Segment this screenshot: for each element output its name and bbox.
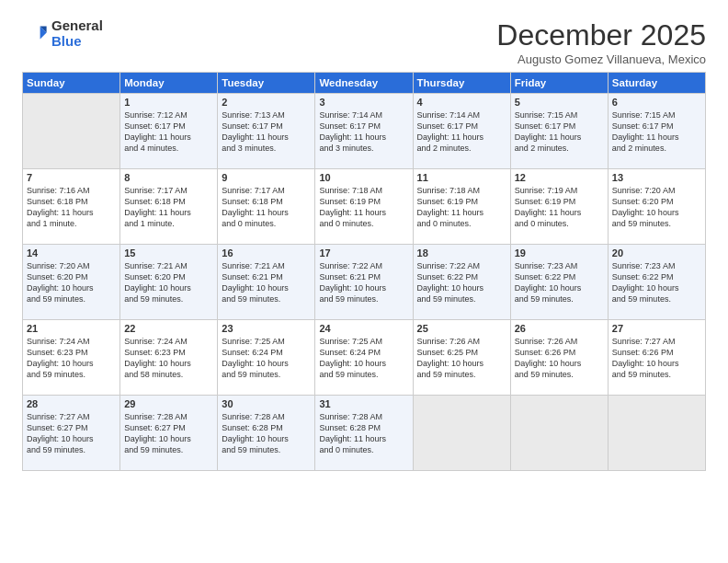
day-number: 4: [417, 97, 506, 108]
calendar-week-row: 7Sunrise: 7:16 AM Sunset: 6:18 PM Daylig…: [23, 169, 706, 245]
day-number: 25: [417, 323, 506, 334]
day-number: 2: [222, 97, 311, 108]
day-number: 1: [124, 97, 213, 108]
day-info: Sunrise: 7:28 AM Sunset: 6:27 PM Dayligh…: [124, 411, 213, 456]
day-number: 22: [124, 323, 213, 334]
calendar-day-cell: [510, 396, 608, 471]
day-number: 20: [612, 247, 701, 259]
calendar-day-cell: 26Sunrise: 7:26 AM Sunset: 6:26 PM Dayli…: [510, 320, 608, 396]
calendar-day-cell: 1Sunrise: 7:12 AM Sunset: 6:17 PM Daylig…: [120, 94, 218, 169]
logo-icon: [22, 21, 48, 47]
calendar-day-cell: 2Sunrise: 7:13 AM Sunset: 6:17 PM Daylig…: [218, 94, 315, 169]
calendar-day-cell: 8Sunrise: 7:17 AM Sunset: 6:18 PM Daylig…: [120, 169, 218, 245]
calendar-day-cell: 11Sunrise: 7:18 AM Sunset: 6:19 PM Dayli…: [413, 169, 510, 245]
calendar-day-cell: 9Sunrise: 7:17 AM Sunset: 6:18 PM Daylig…: [218, 169, 315, 245]
day-number: 3: [319, 97, 408, 108]
day-number: 31: [319, 398, 408, 409]
day-info: Sunrise: 7:17 AM Sunset: 6:18 PM Dayligh…: [124, 185, 213, 230]
day-number: 24: [319, 323, 408, 334]
weekday-header-row: SundayMondayTuesdayWednesdayThursdayFrid…: [23, 73, 706, 94]
day-info: Sunrise: 7:27 AM Sunset: 6:26 PM Dayligh…: [612, 336, 701, 381]
day-info: Sunrise: 7:20 AM Sunset: 6:20 PM Dayligh…: [612, 185, 701, 230]
calendar-day-cell: 15Sunrise: 7:21 AM Sunset: 6:20 PM Dayli…: [120, 245, 218, 320]
day-number: 15: [124, 247, 213, 259]
calendar-day-cell: 19Sunrise: 7:23 AM Sunset: 6:22 PM Dayli…: [510, 245, 608, 320]
day-number: 30: [222, 398, 311, 409]
weekday-header-monday: Monday: [120, 73, 218, 94]
calendar-day-cell: 18Sunrise: 7:22 AM Sunset: 6:22 PM Dayli…: [413, 245, 510, 320]
calendar-day-cell: [413, 396, 510, 471]
calendar-day-cell: 20Sunrise: 7:23 AM Sunset: 6:22 PM Dayli…: [608, 245, 705, 320]
calendar-day-cell: 14Sunrise: 7:20 AM Sunset: 6:20 PM Dayli…: [23, 245, 120, 320]
day-info: Sunrise: 7:17 AM Sunset: 6:18 PM Dayligh…: [222, 185, 311, 230]
location-subtitle: Augusto Gomez Villanueva, Mexico: [496, 52, 706, 66]
day-info: Sunrise: 7:21 AM Sunset: 6:21 PM Dayligh…: [222, 260, 311, 305]
calendar-day-cell: 22Sunrise: 7:24 AM Sunset: 6:23 PM Dayli…: [120, 320, 218, 396]
calendar-day-cell: [23, 94, 120, 169]
logo-text: General Blue: [51, 18, 103, 49]
day-info: Sunrise: 7:13 AM Sunset: 6:17 PM Dayligh…: [222, 109, 311, 155]
weekday-header-friday: Friday: [510, 73, 608, 94]
day-info: Sunrise: 7:14 AM Sunset: 6:17 PM Dayligh…: [417, 109, 506, 155]
day-info: Sunrise: 7:24 AM Sunset: 6:23 PM Dayligh…: [124, 336, 213, 381]
day-number: 7: [27, 172, 116, 183]
day-number: 11: [417, 172, 506, 183]
day-info: Sunrise: 7:23 AM Sunset: 6:22 PM Dayligh…: [515, 260, 604, 305]
title-block: December 2025 Augusto Gomez Villanueva, …: [496, 18, 706, 66]
header: General Blue December 2025 Augusto Gomez…: [22, 18, 706, 66]
calendar-day-cell: 23Sunrise: 7:25 AM Sunset: 6:24 PM Dayli…: [218, 320, 315, 396]
calendar-week-row: 21Sunrise: 7:24 AM Sunset: 6:23 PM Dayli…: [23, 320, 706, 396]
day-number: 10: [319, 172, 408, 183]
day-number: 28: [27, 398, 116, 409]
day-info: Sunrise: 7:15 AM Sunset: 6:17 PM Dayligh…: [612, 109, 701, 155]
day-number: 17: [319, 247, 408, 259]
day-number: 23: [222, 323, 311, 334]
calendar-day-cell: 21Sunrise: 7:24 AM Sunset: 6:23 PM Dayli…: [23, 320, 120, 396]
weekday-header-thursday: Thursday: [413, 73, 510, 94]
calendar-day-cell: 7Sunrise: 7:16 AM Sunset: 6:18 PM Daylig…: [23, 169, 120, 245]
day-info: Sunrise: 7:27 AM Sunset: 6:27 PM Dayligh…: [27, 411, 116, 456]
calendar-day-cell: 31Sunrise: 7:28 AM Sunset: 6:28 PM Dayli…: [315, 396, 413, 471]
day-number: 26: [515, 323, 604, 334]
calendar-week-row: 14Sunrise: 7:20 AM Sunset: 6:20 PM Dayli…: [23, 245, 706, 320]
day-info: Sunrise: 7:16 AM Sunset: 6:18 PM Dayligh…: [27, 185, 116, 230]
day-info: Sunrise: 7:18 AM Sunset: 6:19 PM Dayligh…: [319, 185, 408, 230]
page: General Blue December 2025 Augusto Gomez…: [0, 0, 728, 563]
calendar-day-cell: 28Sunrise: 7:27 AM Sunset: 6:27 PM Dayli…: [23, 396, 120, 471]
day-info: Sunrise: 7:25 AM Sunset: 6:24 PM Dayligh…: [222, 336, 311, 381]
calendar-day-cell: 16Sunrise: 7:21 AM Sunset: 6:21 PM Dayli…: [218, 245, 315, 320]
logo-blue: Blue: [51, 34, 103, 50]
day-number: 9: [222, 172, 311, 183]
day-info: Sunrise: 7:14 AM Sunset: 6:17 PM Dayligh…: [319, 109, 408, 155]
calendar-day-cell: 25Sunrise: 7:26 AM Sunset: 6:25 PM Dayli…: [413, 320, 510, 396]
logo: General Blue: [22, 18, 103, 49]
calendar-day-cell: 10Sunrise: 7:18 AM Sunset: 6:19 PM Dayli…: [315, 169, 413, 245]
weekday-header-tuesday: Tuesday: [218, 73, 315, 94]
calendar-day-cell: 27Sunrise: 7:27 AM Sunset: 6:26 PM Dayli…: [608, 320, 705, 396]
weekday-header-sunday: Sunday: [23, 73, 120, 94]
day-number: 12: [515, 172, 604, 183]
day-info: Sunrise: 7:22 AM Sunset: 6:22 PM Dayligh…: [417, 260, 506, 305]
day-info: Sunrise: 7:15 AM Sunset: 6:17 PM Dayligh…: [515, 109, 604, 155]
month-title: December 2025: [496, 18, 706, 52]
calendar-day-cell: 5Sunrise: 7:15 AM Sunset: 6:17 PM Daylig…: [510, 94, 608, 169]
day-info: Sunrise: 7:22 AM Sunset: 6:21 PM Dayligh…: [319, 260, 408, 305]
day-info: Sunrise: 7:28 AM Sunset: 6:28 PM Dayligh…: [222, 411, 311, 456]
calendar-day-cell: 12Sunrise: 7:19 AM Sunset: 6:19 PM Dayli…: [510, 169, 608, 245]
day-info: Sunrise: 7:28 AM Sunset: 6:28 PM Dayligh…: [319, 411, 408, 456]
weekday-header-wednesday: Wednesday: [315, 73, 413, 94]
day-number: 6: [612, 97, 701, 108]
weekday-header-saturday: Saturday: [608, 73, 705, 94]
calendar-day-cell: 30Sunrise: 7:28 AM Sunset: 6:28 PM Dayli…: [218, 396, 315, 471]
day-number: 14: [27, 247, 116, 259]
day-number: 13: [612, 172, 701, 183]
day-info: Sunrise: 7:26 AM Sunset: 6:26 PM Dayligh…: [515, 336, 604, 381]
calendar-day-cell: 17Sunrise: 7:22 AM Sunset: 6:21 PM Dayli…: [315, 245, 413, 320]
calendar-day-cell: 3Sunrise: 7:14 AM Sunset: 6:17 PM Daylig…: [315, 94, 413, 169]
day-info: Sunrise: 7:23 AM Sunset: 6:22 PM Dayligh…: [612, 260, 701, 305]
day-info: Sunrise: 7:24 AM Sunset: 6:23 PM Dayligh…: [27, 336, 116, 381]
day-number: 19: [515, 247, 604, 259]
day-number: 21: [27, 323, 116, 334]
calendar-table: SundayMondayTuesdayWednesdayThursdayFrid…: [22, 72, 706, 471]
calendar-week-row: 28Sunrise: 7:27 AM Sunset: 6:27 PM Dayli…: [23, 396, 706, 471]
